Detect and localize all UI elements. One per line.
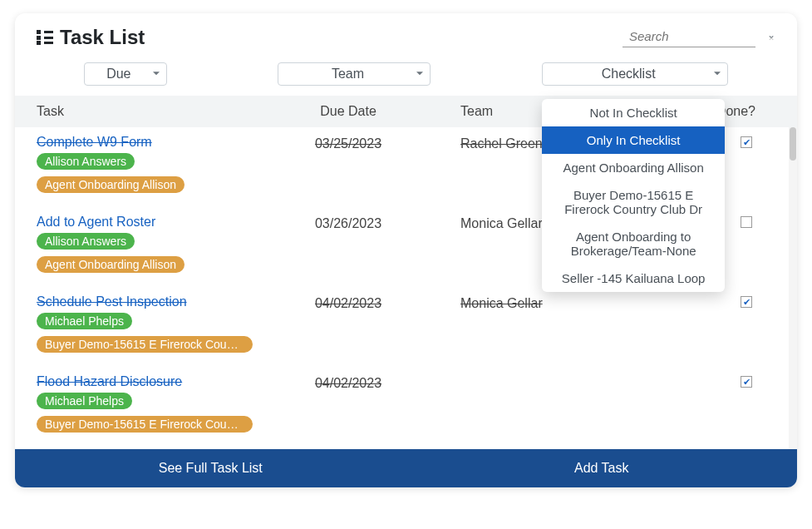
assignee-tag: Michael Phelps (37, 393, 132, 409)
assignee-tag: Allison Answers (37, 233, 135, 250)
chevron-up-icon: ⌃ (767, 38, 775, 45)
table-row: Flood Hazard DisclosureMichael PhelpsBuy… (15, 367, 794, 447)
team-member: Monica Gellar (427, 294, 635, 311)
filter-bar: Due Team Checklist Not In ChecklistOnly … (15, 54, 797, 96)
checklist-option[interactable]: Agent Onboarding to Brokerage/Team-None (542, 223, 725, 264)
checklist-filter-wrap: Checklist Not In ChecklistOnly In Checkl… (542, 62, 728, 86)
assignee-tag: Michael Phelps (37, 313, 132, 329)
page-title: Task List (60, 26, 145, 49)
sort-toggle[interactable]: ⌄ ⌃ (767, 30, 775, 46)
done-checkbox[interactable] (741, 296, 752, 308)
assignee-tag: Allison Answers (37, 153, 135, 170)
done-checkbox[interactable] (741, 136, 752, 148)
team-filter[interactable]: Team (278, 62, 431, 86)
checklist-filter[interactable]: Checklist (542, 62, 728, 86)
done-checkbox[interactable] (741, 216, 752, 228)
checklist-filter-label: Checklist (602, 67, 656, 81)
list-icon (37, 30, 53, 45)
due-filter-label: Due (106, 67, 130, 81)
team-filter-label: Team (332, 67, 364, 81)
checklist-option[interactable]: Only In Checklist (542, 126, 725, 154)
due-filter[interactable]: Due (84, 62, 167, 86)
table-row: Schedule Pest InspectionMichael PhelpsBu… (15, 287, 794, 367)
scrollbar-track (789, 127, 797, 449)
checklist-tag: Buyer Demo-15615 E Firerock Country C... (37, 416, 253, 433)
task-title-link[interactable]: Complete W9 Form (37, 135, 286, 150)
checklist-tag: Agent Onboarding Allison (37, 176, 185, 193)
footer-bar: See Full Task List Add Task (15, 449, 797, 487)
task-title-link[interactable]: Add to Agent Roster (37, 215, 286, 230)
checklist-tag: Agent Onboarding Allison (37, 256, 185, 273)
checklist-dropdown: Not In ChecklistOnly In ChecklistAgent O… (542, 99, 725, 292)
team-member (427, 374, 635, 376)
checklist-option[interactable]: Buyer Demo-15615 E Firerock Country Club… (542, 181, 725, 223)
checklist-option[interactable]: Not In Checklist (542, 99, 725, 126)
checklist-option[interactable]: Seller -145 Kailuana Loop (542, 264, 725, 292)
task-list-panel: Task List ⌄ ⌃ Due Team Checklist Not In … (15, 13, 797, 487)
due-date: 03/25/2023 (286, 135, 427, 151)
panel-header: Task List ⌄ ⌃ (15, 13, 797, 54)
checklist-tag: Buyer Demo-15615 E Firerock Country C... (37, 336, 253, 353)
table-row: Confirm Buyer Set Up Utility and Ph...Mi… (15, 447, 794, 449)
task-title-link[interactable]: Flood Hazard Disclosure (37, 374, 286, 389)
search-input[interactable] (629, 29, 788, 43)
due-date: 03/26/2023 (286, 215, 427, 231)
col-task: Task (37, 104, 286, 119)
checklist-option[interactable]: Agent Onboarding Allison (542, 154, 725, 181)
scrollbar-thumb[interactable] (790, 127, 796, 161)
due-date: 04/02/2023 (286, 294, 427, 311)
done-checkbox[interactable] (741, 376, 752, 388)
add-task-button[interactable]: Add Task (406, 449, 798, 487)
see-full-list-button[interactable]: See Full Task List (15, 449, 406, 487)
search-box[interactable] (623, 27, 755, 47)
col-due: Due Date (286, 104, 427, 119)
task-title-link[interactable]: Schedule Pest Inspection (37, 294, 286, 309)
due-date: 04/02/2023 (286, 374, 427, 391)
